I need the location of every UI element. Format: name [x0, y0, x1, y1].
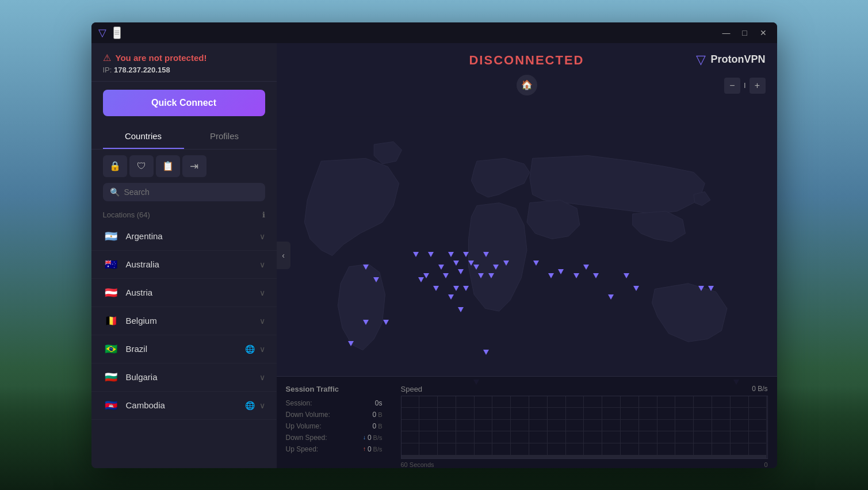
- session-row: Session: 0s: [286, 399, 383, 407]
- session-value: 0s: [375, 399, 383, 407]
- up-speed-row: Up Speed: ↑ 0 B/s: [286, 445, 383, 453]
- grid-cell: [749, 458, 767, 458]
- grid-cell: [621, 458, 639, 458]
- speed-label: Speed: [401, 385, 423, 393]
- grid-cell: [456, 458, 475, 458]
- grid-cell: [511, 458, 529, 458]
- grid-cell: [438, 408, 456, 420]
- grid-cell: [511, 408, 529, 420]
- chevron-icon-austria: ∨: [259, 288, 265, 297]
- locations-header: Locations (64) ℹ: [91, 207, 277, 223]
- svg-rect-0: [277, 116, 777, 394]
- grid-cell: [438, 431, 456, 443]
- up-volume-row: Up Volume: 0 B: [286, 422, 383, 430]
- grid-cell: [511, 443, 529, 455]
- grid-cell: [675, 458, 694, 458]
- session-label: Session:: [286, 399, 312, 407]
- collapse-sidebar-button[interactable]: ‹: [277, 242, 290, 269]
- grid-cell: [694, 420, 712, 432]
- down-arrow-icon: ↓: [363, 434, 366, 441]
- maximize-button[interactable]: □: [738, 26, 752, 40]
- country-item-austria[interactable]: 🇦🇹 Austria ∨: [91, 279, 277, 307]
- grid-cell: [511, 431, 529, 443]
- minimize-button[interactable]: —: [720, 26, 733, 40]
- up-volume-value: 0 B: [372, 422, 382, 430]
- search-input[interactable]: [124, 187, 258, 197]
- grid-cell: [419, 396, 438, 408]
- grid-cell: [402, 420, 420, 432]
- grid-cell: [584, 408, 602, 420]
- hamburger-menu-button[interactable]: ≡: [113, 26, 121, 39]
- grid-cell: [731, 408, 749, 420]
- grid-cell: [548, 443, 566, 455]
- grid-cell: [511, 420, 529, 432]
- grid-cell: [657, 443, 676, 455]
- grid-cell: [584, 443, 602, 455]
- grid-cell: [621, 408, 639, 420]
- grid-cell: [419, 458, 438, 458]
- down-speed-value: ↓ 0 B/s: [363, 434, 383, 442]
- speed-chart: Speed 0 B/s // Generate grid cells docum…: [392, 377, 777, 468]
- grid-cell: [566, 431, 584, 443]
- grid-cell: [584, 396, 602, 408]
- close-button[interactable]: ✕: [756, 26, 770, 40]
- country-item-brazil[interactable]: 🇧🇷 Brazil 🌐 ∨: [91, 335, 277, 363]
- country-name-brazil: Brazil: [126, 344, 245, 354]
- country-item-cambodia[interactable]: 🇰🇭 Cambodia 🌐 ∨: [91, 392, 277, 420]
- speed-chart-header: Speed 0 B/s: [401, 385, 768, 393]
- grid-cell: [475, 431, 493, 443]
- grid-cell: [731, 458, 749, 458]
- ip-address-line: IP: 178.237.220.158: [103, 66, 265, 74]
- country-name-belgium: Belgium: [126, 316, 259, 326]
- country-item-bulgaria[interactable]: 🇧🇬 Bulgaria ∨: [91, 363, 277, 392]
- country-item-belgium[interactable]: 🇧🇪 Belgium ∨: [91, 307, 277, 335]
- filter-edit-button[interactable]: 📋: [156, 155, 180, 177]
- up-speed-label: Up Speed:: [286, 445, 319, 453]
- grid-cell: [548, 396, 566, 408]
- grid-cell: [456, 420, 475, 432]
- country-item-australia[interactable]: 🇦🇺 Australia ∨: [91, 251, 277, 279]
- info-icon[interactable]: ℹ: [262, 210, 265, 219]
- grid-cell: [475, 443, 493, 455]
- country-list: 🇦🇷 Argentina ∨ 🇦🇺 Australia ∨ 🇦🇹 Austria…: [91, 223, 277, 468]
- grid-cell: [456, 431, 475, 443]
- grid-cell: [419, 443, 438, 455]
- grid-cell: [675, 443, 694, 455]
- grid-cell: [584, 420, 602, 432]
- grid-cell: [529, 396, 548, 408]
- grid-cell: [712, 458, 731, 458]
- grid-cell: [675, 408, 694, 420]
- flag-bulgaria: 🇧🇬: [103, 372, 119, 383]
- grid-cell: [419, 431, 438, 443]
- country-item-argentina[interactable]: 🇦🇷 Argentina ∨: [91, 223, 277, 251]
- down-speed-row: Down Speed: ↓ 0 B/s: [286, 434, 383, 442]
- title-bar: ▽ ≡ — □ ✕: [91, 22, 777, 43]
- grid-cell: [438, 458, 456, 458]
- chevron-icon-brazil: ∨: [259, 344, 265, 354]
- tab-countries[interactable]: Countries: [103, 124, 184, 149]
- grid-cell: [602, 420, 621, 432]
- flag-cambodia: 🇰🇭: [103, 400, 119, 411]
- country-name-cambodia: Cambodia: [126, 400, 245, 410]
- tab-profiles[interactable]: Profiles: [184, 124, 265, 149]
- flag-belgium: 🇧🇪: [103, 315, 119, 327]
- grid-cell: [456, 396, 475, 408]
- quick-connect-button[interactable]: Quick Connect: [103, 90, 265, 116]
- filter-connect-button[interactable]: ⇥: [182, 155, 207, 177]
- up-arrow-icon: ↑: [363, 446, 366, 452]
- grid-cell: [657, 396, 676, 408]
- grid-cell: [438, 420, 456, 432]
- not-protected-banner: ⚠ You are not protected!: [103, 52, 265, 63]
- stats-bar: Session Traffic Session: 0s Down Volume:…: [277, 376, 777, 468]
- grid-cell: [602, 431, 621, 443]
- filter-shield-button[interactable]: 🛡: [129, 155, 154, 177]
- chevron-icon-cambodia: ∨: [259, 401, 265, 410]
- down-volume-value: 0 B: [372, 411, 382, 419]
- country-name-australia: Australia: [126, 259, 259, 269]
- up-speed-value: ↑ 0 B/s: [363, 445, 383, 453]
- grid-cell: [566, 458, 584, 458]
- chevron-icon-argentina: ∨: [259, 232, 265, 241]
- session-title: Session Traffic: [286, 385, 383, 393]
- filter-secure-button[interactable]: 🔒: [103, 155, 127, 177]
- grid-cell: [621, 396, 639, 408]
